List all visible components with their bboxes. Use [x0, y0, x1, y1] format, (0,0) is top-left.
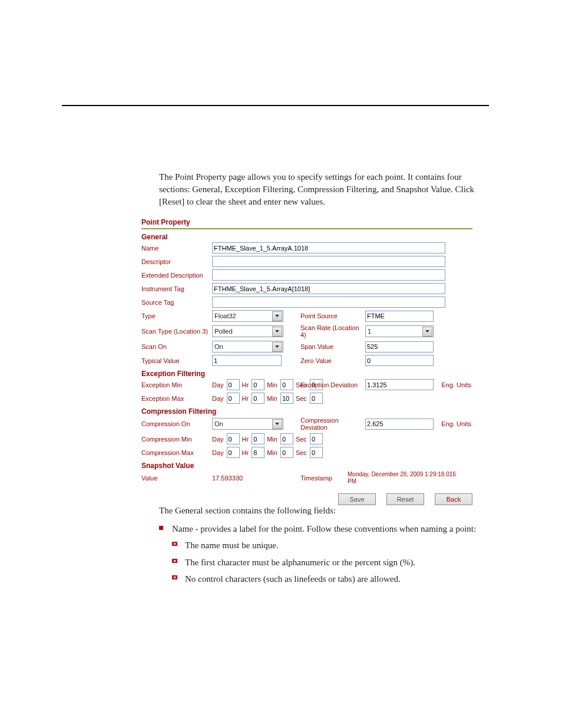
- source-tag-input[interactable]: [212, 297, 445, 308]
- after-text: The General section contains the followi…: [159, 504, 477, 586]
- zero-value-input[interactable]: [365, 355, 434, 366]
- zero-value-label: Zero Value: [300, 357, 365, 364]
- compression-dev-input[interactable]: [365, 419, 434, 430]
- scan-type-value: Polled: [214, 328, 233, 335]
- cmp-max-sec[interactable]: [310, 447, 323, 458]
- reset-button[interactable]: Reset: [386, 493, 424, 505]
- scan-on-label: Scan On: [141, 343, 212, 350]
- point-property-form: Point Property General Name Descriptor E…: [141, 218, 472, 505]
- scan-rate-value: 1: [368, 328, 371, 335]
- hr-label: Hr: [242, 436, 249, 443]
- bullet-sub2: The first character must be alphanumeric…: [172, 556, 477, 569]
- min-label: Min: [267, 395, 277, 402]
- day-label: Day: [212, 395, 224, 402]
- eng-units-label: Eng. Units: [441, 420, 471, 427]
- exception-max-label: Exception Max: [141, 395, 212, 402]
- cmp-max-day[interactable]: [227, 447, 240, 458]
- cmp-min-min[interactable]: [280, 433, 293, 444]
- type-label: Type: [141, 312, 212, 319]
- sec-label: Sec: [296, 395, 307, 402]
- ex-max-min[interactable]: [280, 393, 293, 404]
- source-tag-label: Source Tag: [141, 299, 212, 306]
- chevron-down-icon: [272, 419, 282, 429]
- compression-dev-label: Compression Deviation: [300, 417, 365, 431]
- intro-text: The Point Property page allows you to sp…: [159, 171, 477, 208]
- cmp-max-min[interactable]: [280, 447, 293, 458]
- min-label: Min: [267, 381, 277, 388]
- scan-type-select[interactable]: Polled: [212, 325, 283, 337]
- snapshot-value-label: Value: [141, 475, 212, 482]
- compression-max-group: Day Hr Min Sec: [212, 447, 300, 458]
- cmp-min-hr[interactable]: [252, 433, 265, 444]
- ex-max-day[interactable]: [227, 393, 240, 404]
- name-input[interactable]: [212, 242, 445, 253]
- form-title: Point Property: [141, 218, 472, 226]
- exception-dev-label: Exception Deviation: [300, 381, 365, 388]
- section-compression: Compression Filtering: [141, 407, 472, 416]
- name-label: Name: [141, 245, 212, 252]
- type-value: Float32: [214, 312, 236, 319]
- ex-min-day[interactable]: [227, 379, 240, 390]
- exception-min-label: Exception Min: [141, 381, 212, 388]
- day-label: Day: [212, 436, 224, 443]
- exception-max-group: Day Hr Min Sec: [212, 393, 300, 404]
- cmp-min-sec[interactable]: [310, 433, 323, 444]
- timestamp-value: Monday, December 28, 2009 1:29:18.016 PM: [348, 471, 465, 485]
- span-value-input[interactable]: [365, 341, 434, 353]
- chevron-down-icon: [422, 327, 432, 337]
- form-divider: [141, 228, 472, 229]
- bullet-name: Name - provides a label for the point. F…: [159, 522, 477, 536]
- timestamp-label: Timestamp: [300, 475, 348, 482]
- ex-max-sec[interactable]: [310, 393, 323, 404]
- type-select[interactable]: Float32: [212, 310, 283, 322]
- point-source-input[interactable]: [365, 311, 434, 322]
- compression-on-label: Compression On: [141, 420, 212, 427]
- back-button[interactable]: Back: [435, 493, 472, 505]
- ext-desc-label: Extended Description: [141, 272, 212, 279]
- day-label: Day: [212, 449, 224, 456]
- compression-on-select[interactable]: On: [212, 418, 283, 430]
- snapshot-value: 17.593330: [212, 475, 300, 482]
- chevron-down-icon: [272, 342, 282, 352]
- section-snapshot: Snapshot Value: [141, 462, 472, 470]
- typical-value-input[interactable]: [212, 355, 282, 366]
- ex-min-min[interactable]: [280, 379, 293, 390]
- inst-tag-label: Instrument Tag: [141, 285, 212, 292]
- scan-rate-label: Scan Rate (Location 4): [300, 324, 365, 338]
- ex-min-hr[interactable]: [252, 379, 265, 390]
- section-exception: Exception Filtering: [141, 370, 472, 378]
- scan-type-label: Scan Type (Location 3): [141, 328, 212, 335]
- hr-label: Hr: [242, 395, 249, 402]
- exception-dev-input[interactable]: [365, 379, 434, 390]
- min-label: Min: [267, 449, 277, 456]
- point-source-label: Point Source: [300, 312, 365, 319]
- save-button[interactable]: Save: [338, 493, 376, 505]
- ext-desc-input[interactable]: [212, 269, 445, 281]
- hr-label: Hr: [242, 381, 249, 388]
- compression-min-group: Day Hr Min Sec: [212, 433, 300, 444]
- ex-max-hr[interactable]: [252, 393, 265, 404]
- sec-label: Sec: [296, 449, 307, 456]
- compression-min-label: Compression Min: [141, 436, 212, 443]
- min-label: Min: [267, 436, 277, 443]
- eng-units-label: Eng. Units: [441, 381, 471, 388]
- descriptor-input[interactable]: [212, 256, 445, 267]
- descriptor-label: Descriptor: [141, 258, 212, 265]
- exception-min-group: Day Hr Min Sec: [212, 379, 300, 390]
- cmp-max-hr[interactable]: [252, 447, 265, 458]
- chevron-down-icon: [272, 327, 282, 337]
- typical-value-label: Typical Value: [141, 357, 212, 364]
- hr-label: Hr: [242, 449, 249, 456]
- bullet-sub1: The name must be unique.: [172, 539, 477, 552]
- compression-on-value: On: [214, 420, 223, 427]
- bullet-sub3: No control characters (such as linefeeds…: [172, 572, 477, 586]
- scan-on-value: On: [214, 343, 223, 350]
- scan-rate-select[interactable]: 1: [365, 325, 434, 337]
- inst-tag-input[interactable]: [212, 283, 445, 294]
- cmp-min-day[interactable]: [227, 433, 240, 444]
- scan-on-select[interactable]: On: [212, 341, 283, 353]
- section-general: General: [141, 233, 472, 241]
- sec-label: Sec: [296, 436, 307, 443]
- span-value-label: Span Value: [300, 343, 365, 350]
- day-label: Day: [212, 381, 224, 388]
